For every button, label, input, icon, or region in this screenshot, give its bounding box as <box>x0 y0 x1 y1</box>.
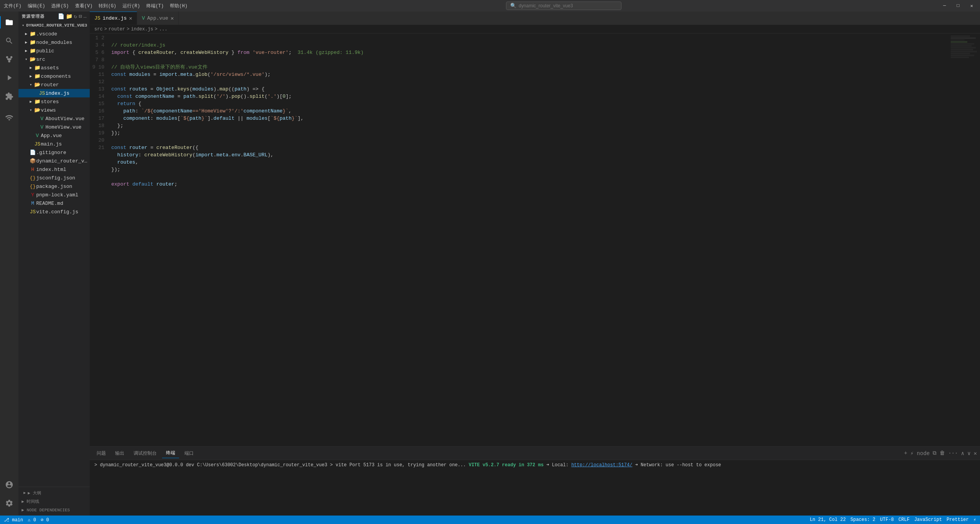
tree-item-views[interactable]: ▾📂views <box>18 106 90 114</box>
activity-extensions[interactable] <box>0 87 18 105</box>
file-icon: 📄 <box>29 149 36 156</box>
tree-item-public[interactable]: ▶📁public <box>18 47 90 55</box>
close-button[interactable]: ✕ <box>967 3 976 9</box>
panel-up-icon[interactable]: ∧ <box>961 450 964 457</box>
sidebar-timeline[interactable]: ▶ 时间线 <box>18 497 90 506</box>
new-file-icon[interactable]: 📄 <box>58 13 64 20</box>
new-terminal-icon[interactable]: + <box>904 450 907 457</box>
tree-label: vite.config.js <box>36 209 90 215</box>
tab-label-app-vue: App.vue <box>147 15 168 21</box>
panel-controls[interactable]: + ⚡ node ⧉ 🗑 ··· ∧ ∨ ✕ <box>904 450 977 457</box>
activity-explorer[interactable] <box>0 13 18 32</box>
breadcrumb-ellipsis[interactable]: ... <box>159 27 168 32</box>
panel-tab-terminal[interactable]: 终端 <box>162 448 179 458</box>
panel-tab-ports[interactable]: 端口 <box>181 449 198 458</box>
trash-icon[interactable]: 🗑 <box>940 450 945 457</box>
tree-item-dynamic_zip[interactable]: 📦dynamic_router_vite_vue3.zip <box>18 157 90 165</box>
more-terminal-icon[interactable]: ··· <box>948 450 958 457</box>
error-count[interactable]: ⚠ 0 <box>28 517 36 523</box>
maximize-button[interactable]: □ <box>954 3 963 9</box>
search-bar[interactable]: 🔍 <box>506 2 622 10</box>
tree-item-index_html[interactable]: Hindex.html <box>18 165 90 174</box>
tree-item-package_json[interactable]: {}package.json <box>18 182 90 191</box>
tree-item-node_modules[interactable]: ▶📁node_modules <box>18 38 90 47</box>
tree-item-index_js[interactable]: JSindex.js <box>18 89 90 97</box>
tree-item-App_vue[interactable]: VApp.vue <box>18 131 90 140</box>
tree-item-components[interactable]: ▶📁components <box>18 72 90 80</box>
indentation[interactable]: Spaces: 2 <box>851 517 876 522</box>
panel-tab-output[interactable]: 输出 <box>111 449 128 458</box>
close-panel-icon[interactable]: ✕ <box>974 450 977 457</box>
menu-help[interactable]: 帮助(H) <box>170 3 188 9</box>
line-ending[interactable]: CRLF <box>898 517 910 522</box>
tree-item-pnpm_lock[interactable]: Ypnpm-lock.yaml <box>18 191 90 199</box>
tree-item-jsconfig[interactable]: {}jsconfig.json <box>18 174 90 182</box>
tree-item-gitignore[interactable]: 📄.gitignore <box>18 148 90 157</box>
activity-settings[interactable] <box>0 494 18 512</box>
git-branch[interactable]: ⎇ main <box>4 517 23 523</box>
refresh-icon[interactable]: ↻ <box>74 13 77 20</box>
more-icon[interactable]: … <box>84 13 87 20</box>
sidebar-npm-scripts[interactable]: ▶ NODE DEPENDENCIES <box>18 506 90 514</box>
menu-select[interactable]: 选择(S) <box>51 3 69 9</box>
menu-run[interactable]: 运行(R) <box>122 3 140 9</box>
formatter[interactable]: Prettier <box>946 517 969 522</box>
collapse-icon[interactable]: ⊟ <box>79 13 82 20</box>
tree-label: router <box>41 82 90 88</box>
sidebar-node-dependencies[interactable]: ▶ ▶ 大纲 <box>18 489 90 497</box>
warning-count[interactable]: ⊘ 0 <box>41 517 49 523</box>
window-controls[interactable]: — □ ✕ <box>940 3 976 9</box>
tree-item-assets[interactable]: ▶📁assets <box>18 64 90 72</box>
menu-terminal[interactable]: 终端(T) <box>146 3 164 9</box>
activity-source-control[interactable] <box>0 50 18 69</box>
split-terminal-icon[interactable]: ⧉ <box>933 450 936 457</box>
menu-view[interactable]: 查看(V) <box>75 3 93 9</box>
explorer-icons[interactable]: 📄 📁 ↻ ⊟ … <box>58 13 87 20</box>
breadcrumb-src[interactable]: src <box>94 27 103 32</box>
activity-account[interactable] <box>0 475 18 494</box>
file-icon: 📁 <box>34 65 41 71</box>
activity-run[interactable] <box>0 69 18 87</box>
panel-tab-debug[interactable]: 调试控制台 <box>130 449 161 458</box>
terminal-content[interactable]: > dynamic_router_vite_vue3@0.0.0 dev C:\… <box>90 460 980 516</box>
search-input[interactable] <box>519 3 617 8</box>
tree-item-readme[interactable]: MREADME.md <box>18 199 90 208</box>
tree-item-src[interactable]: ▾📂src <box>18 55 90 64</box>
cursor-position[interactable]: Ln 21, Col 22 <box>810 517 846 522</box>
tab-app-vue[interactable]: V App.vue ✕ <box>137 12 179 25</box>
activity-search[interactable] <box>0 32 18 50</box>
root-folder[interactable]: ▾ DYNAMIC_ROUTER_VITE_VUE3 <box>18 21 90 30</box>
terminal-type[interactable]: ⚡ node <box>910 450 930 457</box>
code-content[interactable]: // router/index.js import { createRouter… <box>108 33 949 446</box>
menu-bar[interactable]: 文件(F) 编辑(E) 选择(S) 查看(V) 转到(G) 运行(R) 终端(T… <box>4 3 188 9</box>
tree-item-vite_config[interactable]: JSvite.config.js <box>18 208 90 216</box>
tab-close-app-vue[interactable]: ✕ <box>171 15 174 22</box>
tab-close-index-js[interactable]: ✕ <box>129 15 132 22</box>
file-icon: 📂 <box>34 107 41 113</box>
language-mode[interactable]: JavaScript <box>914 517 942 522</box>
tree-item-AboutView[interactable]: VAboutView.vue <box>18 114 90 123</box>
tree-item-main_js[interactable]: JSmain.js <box>18 140 90 148</box>
chevron-right-icon: ▶ <box>22 491 28 495</box>
tree-item-router[interactable]: ▾📂router <box>18 80 90 89</box>
notifications[interactable]: ⚡ <box>973 517 976 523</box>
panel-tab-problems[interactable]: 问题 <box>93 449 110 458</box>
activity-remote[interactable] <box>0 109 18 127</box>
code-editor[interactable]: 1 2 3 4 5 6 7 8 9 10 11 12 13 14 15 16 1… <box>90 33 980 446</box>
breadcrumb-file[interactable]: index.js <box>131 27 153 32</box>
minimize-button[interactable]: — <box>940 3 949 9</box>
panel-down-icon[interactable]: ∨ <box>967 450 970 457</box>
menu-goto[interactable]: 转到(G) <box>99 3 116 9</box>
menu-edit[interactable]: 编辑(E) <box>28 3 45 9</box>
file-icon: JS <box>34 141 41 147</box>
tree-item-vscode[interactable]: ▶📁.vscode <box>18 30 90 38</box>
breadcrumb-router[interactable]: router <box>109 27 125 32</box>
tree-item-stores[interactable]: ▶📁stores <box>18 97 90 106</box>
node-dep-label: ▶ 大纲 <box>28 490 41 496</box>
tab-index-js[interactable]: JS index.js ✕ <box>90 12 137 25</box>
encoding[interactable]: UTF-8 <box>880 517 894 522</box>
menu-file[interactable]: 文件(F) <box>4 3 22 9</box>
new-folder-icon[interactable]: 📁 <box>66 13 72 20</box>
tree-item-HomeView[interactable]: VHomeView.vue <box>18 123 90 131</box>
explorer-header: 资源管理器 📄 📁 ↻ ⊟ … <box>18 12 90 21</box>
